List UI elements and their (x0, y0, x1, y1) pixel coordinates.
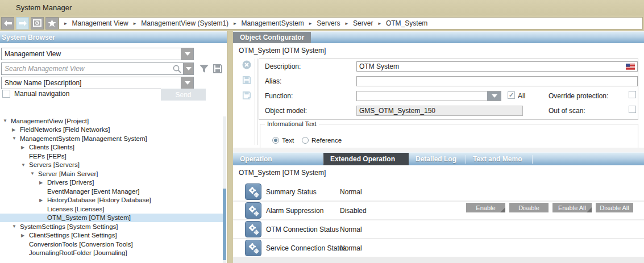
discard-button[interactable] (240, 60, 253, 69)
language-flag-icon (626, 64, 635, 70)
forward-icon (19, 20, 27, 26)
search-options-icon[interactable] (183, 63, 193, 74)
tree-item[interactable]: EventManager [Event Manager] (0, 187, 223, 196)
radio-unselected-icon[interactable] (302, 137, 309, 144)
tree-item-selected[interactable]: OTM_System [OTM System] (0, 214, 223, 223)
breadcrumb-item[interactable]: Servers (317, 19, 340, 27)
alias-label: Alias: (265, 77, 281, 85)
operation-rows: Summary Status Normal Alarm Suppression … (233, 183, 644, 263)
chevron-down-icon[interactable] (181, 77, 193, 89)
reference-radio[interactable]: Reference (302, 137, 342, 144)
tab-text-and-memo[interactable]: Text and Memo (466, 153, 532, 165)
tree-item[interactable]: FEPs [FEPs] (0, 152, 223, 161)
tree-item[interactable]: ▶Clients [Clients] (0, 143, 223, 152)
out-of-scan-checkbox[interactable] (629, 106, 636, 113)
property-gear-button[interactable] (245, 202, 261, 219)
expander-icon[interactable]: ▶ (21, 145, 29, 150)
tree-item[interactable]: ▼Server [Main Server] (0, 169, 223, 178)
expander-icon[interactable]: ▼ (21, 162, 29, 168)
description-field[interactable] (356, 61, 638, 72)
tree-item[interactable]: ▶ClientSettings [Client Settings] (0, 231, 223, 240)
history-button[interactable] (31, 17, 44, 30)
description-input[interactable] (359, 62, 626, 70)
tree-item[interactable]: JournalingRootFolder [Journaling] (0, 249, 223, 258)
expander-icon[interactable]: ▶ (21, 233, 29, 238)
expander-icon[interactable]: ▼ (12, 224, 20, 229)
filter-icon[interactable] (199, 64, 209, 74)
expander-icon[interactable]: ▼ (30, 171, 38, 176)
description-label: Description: (265, 62, 301, 70)
tab-divider (532, 155, 533, 164)
override-protection-checkbox[interactable] (629, 91, 636, 98)
tab-detailed-log[interactable]: Detailed Log (409, 153, 466, 165)
breadcrumb-item[interactable]: Management View (72, 19, 128, 27)
tree-item[interactable]: ▶Drivers [Drivers] (0, 178, 223, 187)
gears-icon (247, 242, 260, 255)
forward-button[interactable] (16, 17, 29, 30)
object-configurator-tab[interactable]: Object Configurator (233, 32, 311, 43)
tab-extended-operation[interactable]: Extended Operation (323, 153, 409, 165)
view-selector-dropdown[interactable]: Management View (1, 48, 194, 60)
save-button[interactable] (240, 75, 253, 85)
tree-item[interactable]: ▼ManagementView [Project] (0, 116, 223, 126)
breadcrumb-item[interactable]: ManagementSystem (242, 19, 304, 27)
display-mode-dropdown[interactable]: Show Name [Description] (1, 77, 194, 89)
text-radio[interactable]: Text (272, 137, 294, 144)
search-input[interactable] (2, 65, 172, 73)
save-as-button[interactable] (240, 90, 253, 100)
expander-icon[interactable]: ▶ (39, 180, 47, 185)
property-gear-button[interactable] (245, 183, 261, 200)
out-of-scan-label: Out of scan: (549, 107, 585, 115)
view-selector-value: Management View (2, 50, 181, 58)
manual-navigation-row: Manual navigation (2, 90, 69, 98)
tab-operation[interactable]: Operation (233, 153, 323, 165)
expander-icon[interactable]: ▼ (3, 118, 11, 123)
tree-scrollbar[interactable] (223, 116, 226, 263)
enable-all-button[interactable]: Enable All (552, 203, 592, 212)
tree-item[interactable]: ▶FieldNetworks [Field Networks] (0, 126, 223, 135)
navigation-toolbar: ▸ Management View ▸ ManagementView (Syst… (0, 15, 644, 31)
tree-scrollbar-thumb[interactable] (223, 189, 226, 260)
property-name: OTM Connection Status (266, 220, 339, 238)
expander-icon[interactable]: ▶ (12, 127, 20, 132)
expander-icon[interactable]: ▼ (12, 136, 20, 141)
tree-item[interactable]: ▶HistoryDatabase [History Database] (0, 196, 223, 205)
manual-navigation-checkbox[interactable] (2, 90, 10, 98)
search-box (1, 62, 194, 75)
breadcrumb-separator-icon: ▸ (309, 20, 312, 26)
bottom-strip (233, 258, 644, 263)
alias-input[interactable] (359, 77, 635, 85)
breadcrumb-item[interactable]: OTM_System (386, 19, 427, 27)
chevron-down-icon[interactable] (181, 48, 193, 60)
breadcrumb-item[interactable]: ManagementView (System1) (141, 19, 228, 27)
system-browser-panel: System Browser Management View Show Name… (0, 31, 227, 263)
back-button[interactable] (1, 17, 14, 30)
send-button[interactable]: Send (161, 89, 206, 101)
all-checkbox[interactable]: ✓ (508, 91, 515, 99)
breadcrumb-separator-icon: ▸ (134, 20, 136, 26)
tree-item[interactable]: ▼ManagementSystem [Management System] (0, 134, 223, 143)
property-gear-button[interactable] (245, 221, 261, 237)
disable-button[interactable]: Disable (509, 203, 549, 212)
radio-selected-icon[interactable] (272, 137, 279, 144)
favorites-button[interactable] (45, 17, 59, 30)
tree-item[interactable]: ▼SystemSettings [System Settings] (0, 222, 223, 231)
tree-item[interactable]: Licenses [Licenses] (0, 204, 223, 214)
tree-item[interactable]: ▼Servers [Servers] (0, 161, 223, 170)
override-protection-label: Override protection: (549, 92, 608, 100)
alias-field[interactable] (356, 76, 638, 86)
function-dropdown[interactable] (356, 91, 501, 101)
property-value: Normal (340, 220, 362, 238)
property-gear-button[interactable] (245, 240, 261, 256)
save-filter-icon[interactable] (213, 64, 223, 74)
object-model-label: Object model: (265, 107, 307, 115)
tree-item[interactable]: ConversionTools [Conversion Tools] (0, 240, 223, 249)
disable-all-button[interactable]: Disable All (596, 203, 633, 212)
operation-panel: Operation Extended Operation Detailed Lo… (233, 152, 644, 263)
chevron-down-icon[interactable] (487, 91, 501, 101)
expander-icon[interactable]: ▶ (39, 198, 47, 203)
breadcrumb-item[interactable]: Server (353, 19, 373, 27)
informational-text-group: Informational Text Text Reference (260, 124, 638, 149)
system-browser-header: System Browser (0, 31, 227, 43)
enable-button[interactable]: Enable (466, 203, 505, 212)
